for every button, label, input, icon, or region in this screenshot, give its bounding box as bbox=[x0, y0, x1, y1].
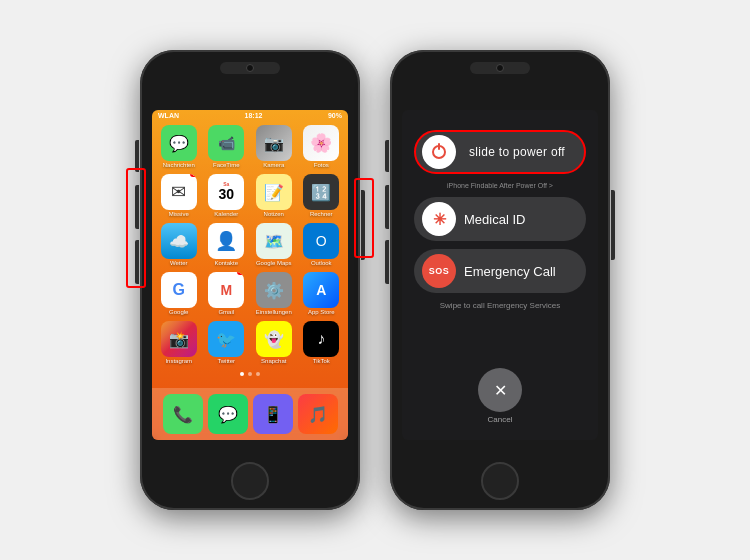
dot-1 bbox=[240, 372, 244, 376]
medical-id-button[interactable]: ✳ Medical ID bbox=[414, 197, 586, 241]
app-notizen[interactable]: 📝 Notizen bbox=[253, 174, 295, 217]
sos-button[interactable]: SOS Emergency Call bbox=[414, 249, 586, 293]
volume-up-button[interactable] bbox=[135, 185, 139, 229]
phone-sos: slide to power off iPhone Findable After… bbox=[390, 50, 610, 510]
power-icon bbox=[432, 145, 446, 159]
app-kamera[interactable]: 📷 Kamera bbox=[253, 125, 295, 168]
sos-label: Emergency Call bbox=[464, 264, 556, 279]
cancel-button[interactable]: ✕ bbox=[478, 368, 522, 412]
medical-icon: ✳ bbox=[422, 202, 456, 236]
app-snapchat[interactable]: 👻 Snapchat bbox=[253, 321, 295, 364]
app-grid: 💬 Nachrichten 📹 FaceTime 📷 Kamera 🌸 Foto… bbox=[152, 121, 348, 368]
app-appstore[interactable]: A App Store bbox=[301, 272, 343, 315]
dot-3 bbox=[256, 372, 260, 376]
app-google[interactable]: G Google bbox=[158, 272, 200, 315]
power-button-2[interactable] bbox=[611, 190, 615, 260]
app-instagram[interactable]: 📸 Instagram bbox=[158, 321, 200, 364]
cancel-label: Cancel bbox=[488, 415, 513, 424]
page-indicator bbox=[152, 372, 348, 376]
home-button[interactable] bbox=[231, 462, 269, 500]
front-camera-2 bbox=[496, 64, 504, 72]
app-outlook[interactable]: O Outlook bbox=[301, 223, 343, 266]
app-kalender[interactable]: Sa 30 Kalender bbox=[206, 174, 248, 217]
sos-screen: slide to power off iPhone Findable After… bbox=[402, 110, 598, 440]
dot-2 bbox=[248, 372, 252, 376]
volume-down-button[interactable] bbox=[135, 240, 139, 284]
homescreen: WLAN 18:12 90% 💬 Nachrichten 📹 FaceTime … bbox=[152, 110, 348, 440]
slider-label: slide to power off bbox=[456, 145, 578, 159]
slider-thumb bbox=[422, 135, 456, 169]
status-bar: WLAN 18:12 90% bbox=[152, 110, 348, 121]
time-text: 18:12 bbox=[245, 112, 263, 119]
volume-down-button-2[interactable] bbox=[385, 240, 389, 284]
home-button-2[interactable] bbox=[481, 462, 519, 500]
app-nachrichten[interactable]: 💬 Nachrichten bbox=[158, 125, 200, 168]
findable-after-poweroff: iPhone Findable After Power Off > bbox=[447, 182, 553, 189]
power-button[interactable] bbox=[361, 190, 365, 260]
cancel-icon: ✕ bbox=[494, 381, 507, 400]
dock-phone[interactable]: 📞 bbox=[163, 394, 203, 434]
app-google-maps[interactable]: 🗺️ Google Maps bbox=[253, 223, 295, 266]
front-camera bbox=[246, 64, 254, 72]
carrier-text: WLAN bbox=[158, 112, 179, 119]
dock-viber[interactable]: 📱 bbox=[253, 394, 293, 434]
app-kontakte[interactable]: 👤 Kontakte bbox=[206, 223, 248, 266]
phone-home: WLAN 18:12 90% 💬 Nachrichten 📹 FaceTime … bbox=[140, 50, 360, 510]
app-missive[interactable]: ✉ 8 Missive bbox=[158, 174, 200, 217]
app-wetter[interactable]: ☁️ Wetter bbox=[158, 223, 200, 266]
sos-icon: SOS bbox=[422, 254, 456, 288]
battery-text: 90% bbox=[328, 112, 342, 119]
medical-label: Medical ID bbox=[464, 212, 525, 227]
swipe-hint: Swipe to call Emergency Services bbox=[440, 301, 561, 310]
volume-up-button-2[interactable] bbox=[385, 185, 389, 229]
app-twitter[interactable]: 🐦 Twitter bbox=[206, 321, 248, 364]
app-tiktok[interactable]: ♪ TikTok bbox=[301, 321, 343, 364]
mute-button-2[interactable] bbox=[385, 140, 389, 172]
dock: 📞 💬 📱 🎵 bbox=[152, 388, 348, 440]
dock-whatsapp[interactable]: 💬 bbox=[208, 394, 248, 434]
dock-music[interactable]: 🎵 bbox=[298, 394, 338, 434]
app-gmail[interactable]: M 1 Gmail bbox=[206, 272, 248, 315]
app-fotos[interactable]: 🌸 Fotos bbox=[301, 125, 343, 168]
app-facetime[interactable]: 📹 FaceTime bbox=[206, 125, 248, 168]
power-off-slider[interactable]: slide to power off bbox=[414, 130, 586, 174]
mute-button[interactable] bbox=[135, 140, 139, 172]
app-rechner[interactable]: 🔢 Rechner bbox=[301, 174, 343, 217]
lockscreen: slide to power off iPhone Findable After… bbox=[402, 110, 598, 440]
app-einstellungen[interactable]: ⚙️ Einstellungen bbox=[253, 272, 295, 315]
